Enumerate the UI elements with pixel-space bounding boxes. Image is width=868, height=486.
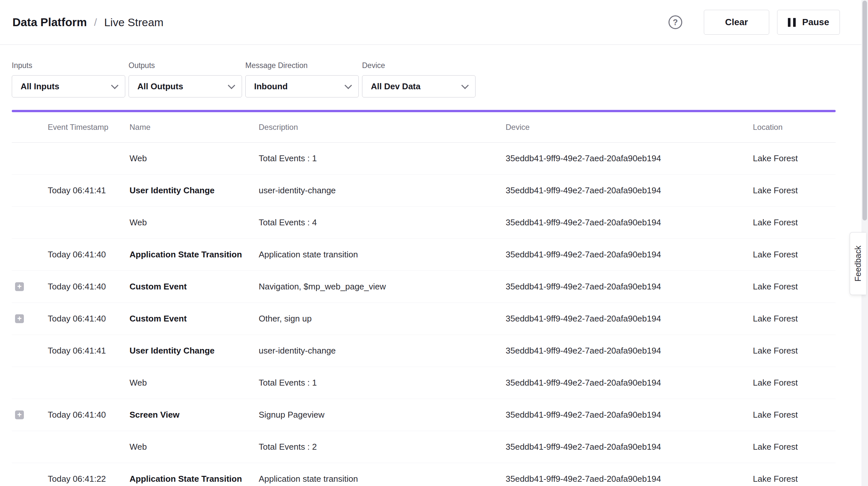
event-name: User Identity Change: [129, 346, 259, 356]
event-device-id: 35eddb41-9ff9-49e2-7aed-20afa90eb194: [506, 217, 753, 227]
message-direction-select-value: Inbound: [254, 82, 288, 92]
event-description: Other, sign up: [259, 314, 506, 324]
inputs-select-value: All Inputs: [21, 82, 59, 92]
event-description: Total Events : 1: [259, 378, 506, 388]
help-icon[interactable]: ?: [669, 16, 682, 29]
event-timestamp: Today 06:41:40: [48, 249, 129, 260]
event-description: Navigation, $mp_web_page_view: [259, 282, 506, 292]
pause-button[interactable]: Pause: [777, 10, 840, 35]
event-device-id: 35eddb41-9ff9-49e2-7aed-20afa90eb194: [506, 185, 753, 195]
filter-label-inputs: Inputs: [12, 61, 125, 70]
breadcrumb: Data Platform / Live Stream: [12, 16, 163, 29]
expand-row-icon[interactable]: +: [15, 282, 24, 291]
event-table-header: Event Timestamp Name Description Device …: [12, 112, 836, 143]
event-timestamp: Today 06:41:40: [48, 410, 129, 420]
clear-button[interactable]: Clear: [704, 10, 769, 35]
chevron-down-icon: [462, 82, 469, 89]
event-device-id: 35eddb41-9ff9-49e2-7aed-20afa90eb194: [506, 442, 753, 452]
filter-group-inputs: Inputs All Inputs: [12, 61, 125, 97]
event-device-id: 35eddb41-9ff9-49e2-7aed-20afa90eb194: [506, 282, 753, 292]
expand-cell: +: [12, 314, 48, 323]
filter-group-message-direction: Message Direction Inbound: [245, 61, 359, 97]
expand-cell: +: [12, 346, 48, 355]
expand-row-icon[interactable]: +: [15, 314, 24, 323]
chevron-down-icon: [345, 82, 352, 89]
event-location: Lake Forest: [753, 378, 836, 388]
event-timestamp: Today 06:41:41: [48, 185, 129, 195]
expand-row-icon[interactable]: +: [15, 411, 24, 419]
event-location: Lake Forest: [753, 185, 836, 195]
event-name: Application State Transition: [129, 474, 259, 484]
inputs-select[interactable]: All Inputs: [12, 75, 125, 97]
expand-cell: +: [12, 186, 48, 195]
event-description: Total Events : 1: [259, 153, 506, 163]
event-row[interactable]: + Web Total Events : 1 35eddb41-9ff9-49e…: [12, 367, 836, 399]
scrollbar-thumb[interactable]: [862, 1, 867, 220]
event-location: Lake Forest: [753, 410, 836, 420]
event-device-id: 35eddb41-9ff9-49e2-7aed-20afa90eb194: [506, 474, 753, 484]
event-description: Application state transition: [259, 249, 506, 260]
event-description: Application state transition: [259, 474, 506, 484]
event-location: Lake Forest: [753, 314, 836, 324]
event-device-id: 35eddb41-9ff9-49e2-7aed-20afa90eb194: [506, 249, 753, 260]
feedback-tab[interactable]: Feedback: [850, 232, 866, 295]
topbar-actions: ? Clear Pause: [669, 10, 840, 35]
event-row[interactable]: + Today 06:41:40 Custom Event Navigation…: [12, 271, 836, 303]
column-header-description: Description: [259, 123, 506, 132]
filter-label-outputs: Outputs: [128, 61, 242, 70]
event-location: Lake Forest: [753, 153, 836, 163]
filter-label-message-direction: Message Direction: [245, 61, 359, 70]
event-row[interactable]: + Web Total Events : 4 35eddb41-9ff9-49e…: [12, 207, 836, 239]
event-table-body: + Web Total Events : 1 35eddb41-9ff9-49e…: [12, 143, 836, 486]
event-row[interactable]: + Today 06:41:41 User Identity Change us…: [12, 335, 836, 367]
pause-button-label: Pause: [802, 17, 829, 28]
event-name: Web: [129, 378, 259, 388]
message-direction-select[interactable]: Inbound: [245, 75, 359, 97]
event-description: user-identity-change: [259, 185, 506, 195]
outputs-select[interactable]: All Outputs: [128, 75, 242, 97]
event-location: Lake Forest: [753, 442, 836, 452]
column-header-location: Location: [753, 123, 836, 132]
expand-cell: +: [12, 443, 48, 451]
chevron-down-icon: [228, 82, 236, 89]
event-name: Screen View: [129, 410, 259, 420]
event-name: Custom Event: [129, 314, 259, 324]
expand-cell: +: [12, 378, 48, 387]
event-table: Event Timestamp Name Description Device …: [12, 112, 836, 486]
column-header-device: Device: [506, 123, 753, 132]
event-row[interactable]: + Today 06:41:41 User Identity Change us…: [12, 175, 836, 207]
pause-icon: [788, 18, 796, 27]
page-title: Live Stream: [104, 16, 163, 29]
event-row[interactable]: + Today 06:41:22 Application State Trans…: [12, 463, 836, 486]
expand-cell: +: [12, 250, 48, 259]
chevron-down-icon: [111, 82, 119, 89]
breadcrumb-root[interactable]: Data Platform: [12, 16, 87, 29]
expand-cell: +: [12, 218, 48, 227]
event-location: Lake Forest: [753, 474, 836, 484]
top-bar: Data Platform / Live Stream ? Clear Paus…: [0, 0, 868, 45]
column-header-event-timestamp: Event Timestamp: [48, 123, 129, 132]
expand-cell: +: [12, 282, 48, 291]
event-device-id: 35eddb41-9ff9-49e2-7aed-20afa90eb194: [506, 314, 753, 324]
event-location: Lake Forest: [753, 282, 836, 292]
event-row[interactable]: + Web Total Events : 1 35eddb41-9ff9-49e…: [12, 143, 836, 175]
event-row[interactable]: + Today 06:41:40 Custom Event Other, sig…: [12, 303, 836, 335]
device-select[interactable]: All Dev Data: [362, 75, 475, 97]
event-row[interactable]: + Web Total Events : 2 35eddb41-9ff9-49e…: [12, 431, 836, 463]
event-name: Custom Event: [129, 282, 259, 292]
outputs-select-value: All Outputs: [137, 82, 183, 92]
event-location: Lake Forest: [753, 217, 836, 227]
event-description: user-identity-change: [259, 346, 506, 356]
event-row[interactable]: + Today 06:41:40 Application State Trans…: [12, 239, 836, 271]
column-header-name: Name: [129, 123, 259, 132]
device-select-value: All Dev Data: [371, 82, 421, 92]
event-timestamp: Today 06:41:40: [48, 282, 129, 292]
feedback-tab-label: Feedback: [853, 246, 863, 282]
filter-group-device: Device All Dev Data: [362, 61, 475, 97]
event-device-id: 35eddb41-9ff9-49e2-7aed-20afa90eb194: [506, 378, 753, 388]
event-location: Lake Forest: [753, 346, 836, 356]
event-row[interactable]: + Today 06:41:40 Screen View Signup Page…: [12, 399, 836, 431]
filter-bar: Inputs All Inputs Outputs All Outputs Me…: [0, 45, 868, 97]
event-description: Total Events : 2: [259, 442, 506, 452]
filter-group-outputs: Outputs All Outputs: [128, 61, 242, 97]
